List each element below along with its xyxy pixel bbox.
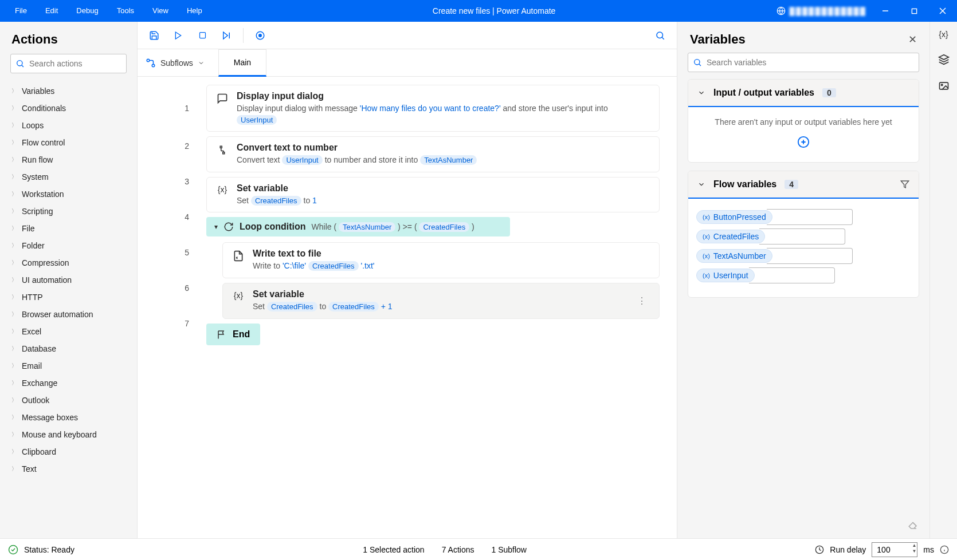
category-item[interactable]: 〉Conditionals — [0, 100, 137, 117]
chevron-down-icon — [697, 180, 705, 188]
main-menu: File Edit Debug Tools View Help — [0, 0, 211, 22]
environment-indicator[interactable]: ████████████ — [776, 6, 866, 15]
minimize-button[interactable] — [871, 0, 900, 22]
variable-chip[interactable]: (x) UserInput — [696, 269, 755, 282]
flow-variables-header[interactable]: Flow variables 4 — [688, 171, 919, 199]
environment-name: ████████████ — [789, 7, 866, 15]
category-item[interactable]: 〉Scripting — [0, 203, 137, 220]
variable-chip[interactable]: (x) ButtonPressed — [696, 210, 772, 224]
flow-designer[interactable]: 1 2 3 4 5 6 7 Display input dialog Displ… — [138, 77, 677, 538]
actions-search-input[interactable] — [29, 59, 130, 68]
category-item[interactable]: 〉Mouse and keyboard — [0, 426, 137, 443]
category-label: Mouse and keyboard — [22, 430, 97, 439]
menu-edit[interactable]: Edit — [36, 0, 67, 22]
line-number: 6 — [138, 270, 206, 306]
menu-view[interactable]: View — [143, 0, 178, 22]
category-item[interactable]: 〉Variables — [0, 82, 137, 100]
tab-main[interactable]: Main — [218, 49, 266, 77]
category-item[interactable]: 〉Database — [0, 340, 137, 357]
menu-help[interactable]: Help — [178, 0, 211, 22]
step-display-input-dialog[interactable]: Display input dialog Display input dialo… — [206, 85, 660, 132]
variables-search[interactable] — [688, 53, 919, 72]
menu-debug[interactable]: Debug — [67, 0, 107, 22]
category-item[interactable]: 〉Browser automation — [0, 306, 137, 323]
delay-down-button[interactable]: ▼ — [912, 549, 916, 554]
close-button[interactable] — [928, 0, 957, 22]
variable-chip[interactable]: (x) TextAsNumber — [696, 249, 772, 263]
step-set-variable-2[interactable]: {x} Set variable Set CreatedFiles to Cre… — [222, 283, 660, 319]
step-set-variable-1[interactable]: {x} Set variable Set CreatedFiles to 1 — [206, 177, 660, 213]
category-item[interactable]: 〉Flow control — [0, 134, 137, 151]
flow-variable-row[interactable]: (x) CreatedFiles — [693, 228, 914, 244]
actions-category-list[interactable]: 〉Variables〉Conditionals〉Loops〉Flow contr… — [0, 79, 137, 538]
info-icon[interactable] — [940, 545, 949, 554]
save-button[interactable] — [143, 25, 165, 46]
step-write-text-to-file[interactable]: Write text to file Write to 'C:\file' Cr… — [222, 242, 660, 278]
eraser-icon[interactable] — [908, 520, 918, 530]
variables-panel-title: Variables — [690, 32, 746, 47]
category-item[interactable]: 〉Email — [0, 357, 137, 374]
chevron-right-icon: 〉 — [11, 448, 18, 456]
search-button[interactable] — [649, 25, 671, 46]
chevron-right-icon: 〉 — [11, 121, 18, 129]
category-item[interactable]: 〉File — [0, 220, 137, 237]
category-item[interactable]: 〉UI automation — [0, 271, 137, 289]
category-item[interactable]: 〉Message boxes — [0, 409, 137, 426]
category-label: Message boxes — [22, 413, 78, 422]
layers-icon[interactable] — [938, 54, 950, 65]
run-delay-input[interactable] — [872, 542, 917, 557]
clock-icon — [815, 545, 824, 554]
record-button[interactable] — [249, 25, 271, 46]
stop-button[interactable] — [191, 25, 213, 46]
category-item[interactable]: 〉Loops — [0, 117, 137, 134]
category-item[interactable]: 〉HTTP — [0, 289, 137, 306]
step-loop-condition[interactable]: ▾ Loop condition While ( TextAsNumber ) … — [206, 217, 510, 236]
maximize-button[interactable] — [900, 0, 928, 22]
menu-tools[interactable]: Tools — [108, 0, 143, 22]
category-item[interactable]: 〉System — [0, 168, 137, 186]
category-item[interactable]: 〉Outlook — [0, 392, 137, 409]
add-io-variable-button[interactable] — [699, 136, 908, 152]
variables-rail-button[interactable]: {x} — [939, 30, 948, 39]
svg-marker-29 — [939, 55, 948, 60]
run-button[interactable] — [167, 25, 189, 46]
step-button[interactable] — [215, 25, 237, 46]
svg-point-32 — [9, 545, 18, 554]
step-convert-text-to-number[interactable]: Convert text to number Convert text User… — [206, 136, 660, 172]
io-variables-header[interactable]: Input / output variables 0 — [688, 80, 919, 107]
variables-panel: Variables ✕ Input / output variables 0 T… — [677, 22, 929, 538]
step-title: End — [233, 329, 250, 340]
actions-panel: Actions 〉Variables〉Conditionals〉Loops〉Fl… — [0, 22, 138, 538]
category-item[interactable]: 〉Excel — [0, 323, 137, 340]
category-label: Text — [22, 464, 37, 474]
flow-variable-row[interactable]: (x) TextAsNumber — [693, 248, 914, 264]
more-actions-button[interactable]: ⋮ — [634, 295, 650, 306]
category-item[interactable]: 〉Text — [0, 460, 137, 478]
category-item[interactable]: 〉Folder — [0, 237, 137, 254]
line-number: 4 — [138, 199, 206, 235]
step-description: Display input dialog with message 'How m… — [237, 103, 650, 125]
category-item[interactable]: 〉Run flow — [0, 151, 137, 168]
filter-icon[interactable] — [900, 180, 909, 189]
category-item[interactable]: 〉Workstation — [0, 186, 137, 203]
step-end[interactable]: End — [206, 324, 260, 345]
actions-search[interactable] — [10, 54, 127, 73]
category-item[interactable]: 〉Exchange — [0, 374, 137, 392]
chevron-right-icon: 〉 — [11, 379, 18, 387]
flow-variable-row[interactable]: (x) ButtonPressed — [693, 209, 914, 225]
images-icon[interactable] — [938, 80, 950, 92]
menu-file[interactable]: File — [6, 0, 36, 22]
category-item[interactable]: 〉Clipboard — [0, 443, 137, 460]
category-label: Browser automation — [22, 310, 93, 319]
variables-search-input[interactable] — [707, 58, 914, 67]
step-title: Write text to file — [253, 249, 650, 259]
io-variables-empty-message: There aren't any input or output variabl… — [699, 117, 908, 127]
variable-chip[interactable]: (x) CreatedFiles — [696, 230, 765, 243]
statusbar: Status: Ready 1 Selected action 7 Action… — [0, 538, 957, 560]
close-panel-button[interactable]: ✕ — [908, 33, 917, 46]
subflows-dropdown[interactable]: Subflows — [138, 58, 213, 68]
category-item[interactable]: 〉Compression — [0, 254, 137, 271]
delay-up-button[interactable]: ▲ — [912, 543, 916, 549]
flow-variable-row[interactable]: (x) UserInput — [693, 267, 914, 283]
line-number: 1 — [138, 88, 206, 128]
